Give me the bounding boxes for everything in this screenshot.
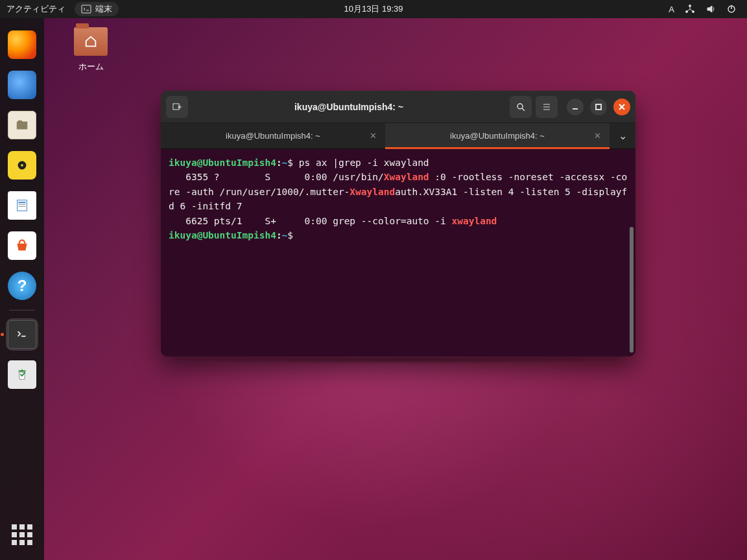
terminal-small-icon: [81, 4, 91, 14]
terminal-menu-button[interactable]: [536, 96, 558, 118]
terminal-search-button[interactable]: [510, 96, 532, 118]
dock-thunderbird[interactable]: [6, 69, 38, 101]
window-controls: [562, 99, 630, 115]
svg-point-7: [21, 164, 23, 167]
terminal-tab-2[interactable]: ikuya@UbuntuImpish4: ~ ✕: [385, 123, 610, 148]
dock-files[interactable]: [6, 109, 38, 141]
svg-rect-9: [19, 202, 26, 204]
dock: ?: [0, 18, 44, 560]
current-app-indicator[interactable]: 端末: [75, 2, 119, 16]
terminal-tab-1-close[interactable]: ✕: [367, 130, 379, 142]
clock[interactable]: 10月13日 19:39: [344, 3, 403, 15]
top-bar-left: アクティビティ 端末: [0, 2, 119, 16]
terminal-tab-1-label: ikuya@UbuntuImpish4: ~: [226, 131, 320, 141]
terminal-tab-2-label: ikuya@UbuntuImpish4: ~: [450, 131, 545, 141]
svg-rect-10: [19, 204, 26, 205]
dock-trash[interactable]: [6, 358, 38, 391]
minimize-button[interactable]: [567, 99, 584, 115]
close-button[interactable]: [613, 99, 630, 115]
svg-rect-11: [19, 206, 26, 207]
dock-help[interactable]: ?: [6, 270, 38, 302]
svg-rect-0: [82, 5, 91, 13]
dock-firefox[interactable]: [6, 29, 38, 61]
terminal-scrollbar[interactable]: [630, 227, 634, 353]
terminal-window: ikuya@UbuntuImpish4: ~ ikuya@UbuntuImpis…: [161, 91, 635, 356]
activities-button[interactable]: アクティビティ: [6, 3, 65, 15]
terminal-tab-bar: ikuya@UbuntuImpish4: ~ ✕ ikuya@UbuntuImp…: [161, 123, 635, 149]
top-bar: アクティビティ 端末 10月13日 19:39 A: [0, 0, 747, 18]
top-bar-right: A: [669, 4, 747, 14]
volume-icon[interactable]: [706, 4, 716, 14]
dock-writer[interactable]: [6, 189, 38, 222]
terminal-window-shadow: [161, 355, 635, 364]
terminal-body[interactable]: ikuya@UbuntuImpish4:~$ ps ax |grep -i xw…: [161, 149, 635, 356]
svg-line-16: [522, 108, 525, 111]
dock-rhythmbox[interactable]: [6, 149, 38, 181]
svg-rect-8: [18, 200, 27, 211]
desktop-home-folder[interactable]: ホーム: [65, 27, 117, 73]
terminal-tab-1[interactable]: ikuya@UbuntuImpish4: ~ ✕: [161, 123, 385, 148]
svg-rect-21: [596, 104, 601, 110]
ime-indicator[interactable]: A: [669, 5, 674, 14]
new-tab-button[interactable]: [166, 96, 188, 118]
terminal-tab-2-close[interactable]: ✕: [591, 130, 603, 142]
show-applications-button[interactable]: [6, 519, 38, 551]
desktop-home-label: ホーム: [65, 61, 117, 73]
maximize-button[interactable]: [590, 99, 607, 115]
home-folder-icon: [74, 27, 108, 56]
network-icon[interactable]: [685, 4, 695, 14]
terminal-titlebar[interactable]: ikuya@UbuntuImpish4: ~: [161, 91, 635, 123]
dock-software[interactable]: [6, 229, 38, 262]
power-icon[interactable]: [726, 4, 737, 14]
dock-terminal[interactable]: [6, 318, 38, 351]
terminal-title: ikuya@UbuntuImpish4: ~: [192, 102, 506, 112]
svg-point-15: [517, 104, 523, 109]
dock-separator: [9, 310, 35, 310]
terminal-content: ikuya@UbuntuImpish4:~$ ps ax |grep -i xw…: [169, 156, 628, 243]
terminal-tabs-dropdown[interactable]: ⌄: [610, 123, 635, 148]
current-app-label: 端末: [95, 3, 112, 15]
